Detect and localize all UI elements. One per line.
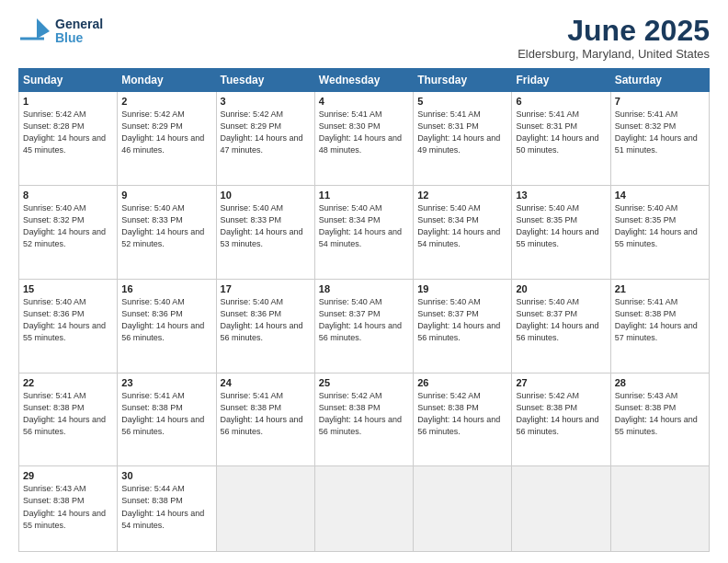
day-number: 11 [319,190,409,201]
day-info: Sunrise: 5:40 AMSunset: 8:35 PMDaylight:… [516,203,598,248]
day-number: 23 [121,377,211,388]
day-number: 6 [516,96,606,107]
table-row [512,466,610,552]
day-info: Sunrise: 5:41 AMSunset: 8:38 PMDaylight:… [23,391,106,436]
calendar-table: Sunday Monday Tuesday Wednesday Thursday… [18,68,710,552]
day-number: 12 [417,190,507,201]
day-info: Sunrise: 5:40 AMSunset: 8:36 PMDaylight:… [221,297,303,342]
day-number: 5 [417,96,507,107]
day-number: 17 [221,283,311,294]
calendar-week-2: 8 Sunrise: 5:40 AMSunset: 8:32 PMDayligh… [19,186,710,280]
day-info: Sunrise: 5:41 AMSunset: 8:38 PMDaylight:… [221,391,303,436]
table-row: 7 Sunrise: 5:41 AMSunset: 8:32 PMDayligh… [610,92,709,186]
table-row: 20 Sunrise: 5:40 AMSunset: 8:37 PMDaylig… [512,279,610,373]
table-row: 19 Sunrise: 5:40 AMSunset: 8:37 PMDaylig… [414,279,512,373]
calendar-week-3: 15 Sunrise: 5:40 AMSunset: 8:36 PMDaylig… [19,279,710,373]
page: General Blue June 2025 Eldersburg, Maryl… [0,0,728,563]
day-info: Sunrise: 5:40 AMSunset: 8:36 PMDaylight:… [121,297,204,342]
table-row: 30 Sunrise: 5:44 AMSunset: 8:38 PMDaylig… [118,466,216,552]
table-row: 23 Sunrise: 5:41 AMSunset: 8:38 PMDaylig… [118,373,216,466]
day-number: 7 [615,96,705,107]
table-row: 9 Sunrise: 5:40 AMSunset: 8:33 PMDayligh… [118,186,216,280]
location: Eldersburg, Maryland, United States [518,47,710,61]
day-number: 29 [23,470,113,481]
col-friday: Friday [512,69,610,92]
table-row: 22 Sunrise: 5:41 AMSunset: 8:38 PMDaylig… [19,373,118,466]
day-number: 26 [417,377,507,388]
table-row: 11 Sunrise: 5:40 AMSunset: 8:34 PMDaylig… [314,186,413,280]
day-number: 3 [221,96,311,107]
table-row: 3 Sunrise: 5:42 AMSunset: 8:29 PMDayligh… [216,92,314,186]
table-row: 5 Sunrise: 5:41 AMSunset: 8:31 PMDayligh… [414,92,512,186]
day-info: Sunrise: 5:41 AMSunset: 8:38 PMDaylight:… [121,391,204,436]
day-number: 25 [319,377,409,388]
day-number: 21 [615,283,705,294]
calendar-week-5: 29 Sunrise: 5:43 AMSunset: 8:38 PMDaylig… [19,466,710,552]
day-info: Sunrise: 5:40 AMSunset: 8:34 PMDaylight:… [417,203,500,248]
table-row: 29 Sunrise: 5:43 AMSunset: 8:38 PMDaylig… [19,466,118,552]
col-sunday: Sunday [19,69,118,92]
table-row: 10 Sunrise: 5:40 AMSunset: 8:33 PMDaylig… [216,186,314,280]
day-info: Sunrise: 5:40 AMSunset: 8:35 PMDaylight:… [615,203,698,248]
day-info: Sunrise: 5:40 AMSunset: 8:37 PMDaylight:… [319,297,402,342]
logo: General Blue [18,15,103,48]
day-number: 2 [121,96,211,107]
day-info: Sunrise: 5:40 AMSunset: 8:34 PMDaylight:… [319,203,402,248]
col-wednesday: Wednesday [314,69,413,92]
day-number: 20 [516,283,606,294]
table-row: 16 Sunrise: 5:40 AMSunset: 8:36 PMDaylig… [118,279,216,373]
day-number: 28 [615,377,705,388]
day-info: Sunrise: 5:43 AMSunset: 8:38 PMDaylight:… [23,484,106,529]
day-number: 13 [516,190,606,201]
day-number: 30 [121,470,211,481]
table-row [610,466,709,552]
calendar-header-row: Sunday Monday Tuesday Wednesday Thursday… [19,69,710,92]
day-number: 19 [417,283,507,294]
day-number: 14 [615,190,705,201]
day-number: 9 [121,190,211,201]
calendar-week-1: 1 Sunrise: 5:42 AMSunset: 8:28 PMDayligh… [19,92,710,186]
table-row: 21 Sunrise: 5:41 AMSunset: 8:38 PMDaylig… [610,279,709,373]
calendar-week-4: 22 Sunrise: 5:41 AMSunset: 8:38 PMDaylig… [19,373,710,466]
day-info: Sunrise: 5:40 AMSunset: 8:37 PMDaylight:… [417,297,500,342]
col-tuesday: Tuesday [216,69,314,92]
table-row: 1 Sunrise: 5:42 AMSunset: 8:28 PMDayligh… [19,92,118,186]
day-number: 16 [121,283,211,294]
day-info: Sunrise: 5:41 AMSunset: 8:32 PMDaylight:… [615,109,698,155]
table-row: 17 Sunrise: 5:40 AMSunset: 8:36 PMDaylig… [216,279,314,373]
day-number: 1 [23,96,113,107]
day-number: 8 [23,190,113,201]
day-info: Sunrise: 5:40 AMSunset: 8:33 PMDaylight:… [221,203,303,248]
day-info: Sunrise: 5:44 AMSunset: 8:38 PMDaylight:… [121,484,204,529]
day-info: Sunrise: 5:42 AMSunset: 8:38 PMDaylight:… [319,391,402,436]
table-row: 18 Sunrise: 5:40 AMSunset: 8:37 PMDaylig… [314,279,413,373]
logo-icon [18,15,51,48]
col-thursday: Thursday [414,69,512,92]
month-title: June 2025 [518,15,710,47]
header: General Blue June 2025 Eldersburg, Maryl… [18,15,710,61]
table-row: 27 Sunrise: 5:42 AMSunset: 8:38 PMDaylig… [512,373,610,466]
table-row: 13 Sunrise: 5:40 AMSunset: 8:35 PMDaylig… [512,186,610,280]
table-row: 8 Sunrise: 5:40 AMSunset: 8:32 PMDayligh… [19,186,118,280]
table-row [414,466,512,552]
day-info: Sunrise: 5:41 AMSunset: 8:31 PMDaylight:… [417,109,500,155]
day-number: 15 [23,283,113,294]
table-row: 6 Sunrise: 5:41 AMSunset: 8:31 PMDayligh… [512,92,610,186]
logo-words: General Blue [55,17,103,46]
day-info: Sunrise: 5:40 AMSunset: 8:32 PMDaylight:… [23,203,106,248]
svg-marker-0 [37,18,50,39]
day-info: Sunrise: 5:40 AMSunset: 8:36 PMDaylight:… [23,297,106,342]
table-row: 14 Sunrise: 5:40 AMSunset: 8:35 PMDaylig… [610,186,709,280]
table-row: 2 Sunrise: 5:42 AMSunset: 8:29 PMDayligh… [118,92,216,186]
day-info: Sunrise: 5:41 AMSunset: 8:31 PMDaylight:… [516,109,598,155]
table-row: 26 Sunrise: 5:42 AMSunset: 8:38 PMDaylig… [414,373,512,466]
day-info: Sunrise: 5:42 AMSunset: 8:29 PMDaylight:… [121,109,204,155]
logo-general-text: General [55,17,103,31]
day-number: 22 [23,377,113,388]
table-row: 12 Sunrise: 5:40 AMSunset: 8:34 PMDaylig… [414,186,512,280]
day-number: 24 [221,377,311,388]
day-number: 4 [319,96,409,107]
table-row: 24 Sunrise: 5:41 AMSunset: 8:38 PMDaylig… [216,373,314,466]
day-number: 10 [221,190,311,201]
table-row: 25 Sunrise: 5:42 AMSunset: 8:38 PMDaylig… [314,373,413,466]
